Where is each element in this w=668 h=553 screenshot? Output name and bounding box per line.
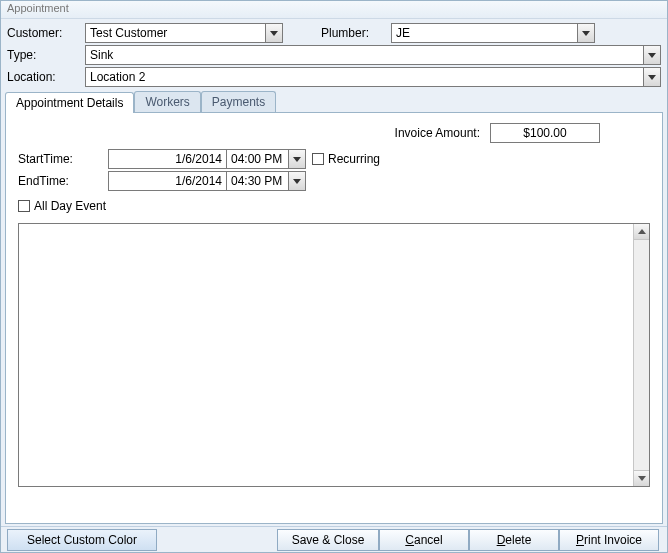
chevron-down-icon	[638, 476, 646, 481]
end-time-dropdown-button[interactable]	[288, 171, 306, 191]
header-form: Customer: Plumber: Type: Location:	[1, 19, 667, 87]
chevron-up-icon	[638, 229, 646, 234]
starttime-label: StartTime:	[18, 152, 108, 166]
location-input[interactable]	[85, 67, 643, 87]
cancel-button[interactable]: Cancel	[379, 529, 469, 551]
tab-details[interactable]: Appointment Details	[5, 92, 134, 113]
notes-textarea[interactable]	[19, 224, 633, 486]
appointment-window: Appointment Customer: Plumber: Type: Loc…	[0, 0, 668, 553]
checkbox-icon	[18, 200, 30, 212]
customer-dropdown-button[interactable]	[265, 23, 283, 43]
tab-workers[interactable]: Workers	[134, 91, 200, 112]
location-dropdown-button[interactable]	[643, 67, 661, 87]
chevron-down-icon	[648, 53, 656, 58]
button-bar: Select Custom Color Save & Close Cancel …	[1, 526, 667, 552]
start-time-dropdown-button[interactable]	[288, 149, 306, 169]
start-time-combo[interactable]	[226, 149, 306, 169]
customer-input[interactable]	[85, 23, 265, 43]
type-input[interactable]	[85, 45, 643, 65]
location-label: Location:	[7, 70, 85, 84]
allday-checkbox[interactable]: All Day Event	[18, 199, 106, 213]
start-date-input[interactable]	[108, 149, 226, 169]
type-combo[interactable]	[85, 45, 661, 65]
plumber-combo[interactable]	[391, 23, 595, 43]
tab-panel-details: Invoice Amount: StartTime: Recurring En	[5, 112, 663, 524]
recurring-label: Recurring	[328, 152, 380, 166]
plumber-input[interactable]	[391, 23, 577, 43]
chevron-down-icon	[293, 179, 301, 184]
type-dropdown-button[interactable]	[643, 45, 661, 65]
plumber-dropdown-button[interactable]	[577, 23, 595, 43]
checkbox-icon	[312, 153, 324, 165]
chevron-down-icon	[582, 31, 590, 36]
chevron-down-icon	[293, 157, 301, 162]
allday-label: All Day Event	[34, 199, 106, 213]
window-title: Appointment	[1, 1, 667, 19]
delete-button[interactable]: Delete	[469, 529, 559, 551]
endtime-label: EndTime:	[18, 174, 108, 188]
scroll-up-button[interactable]	[634, 224, 649, 240]
type-label: Type:	[7, 48, 85, 62]
invoice-amount-label: Invoice Amount:	[395, 126, 480, 140]
invoice-amount-input[interactable]	[490, 123, 600, 143]
scroll-down-button[interactable]	[634, 470, 649, 486]
end-time-input[interactable]	[226, 171, 288, 191]
save-close-button[interactable]: Save & Close	[277, 529, 379, 551]
notes-area	[18, 223, 650, 487]
print-invoice-button[interactable]: Print Invoice	[559, 529, 659, 551]
customer-combo[interactable]	[85, 23, 283, 43]
start-time-input[interactable]	[226, 149, 288, 169]
chevron-down-icon	[648, 75, 656, 80]
location-combo[interactable]	[85, 67, 661, 87]
end-date-input[interactable]	[108, 171, 226, 191]
tab-payments[interactable]: Payments	[201, 91, 276, 112]
end-time-combo[interactable]	[226, 171, 306, 191]
notes-scrollbar[interactable]	[633, 224, 649, 486]
select-custom-color-button[interactable]: Select Custom Color	[7, 529, 157, 551]
customer-label: Customer:	[7, 26, 85, 40]
recurring-checkbox[interactable]: Recurring	[312, 152, 380, 166]
chevron-down-icon	[270, 31, 278, 36]
plumber-label: Plumber:	[321, 26, 391, 40]
tabs: Appointment Details Workers Payments Inv…	[5, 91, 663, 524]
